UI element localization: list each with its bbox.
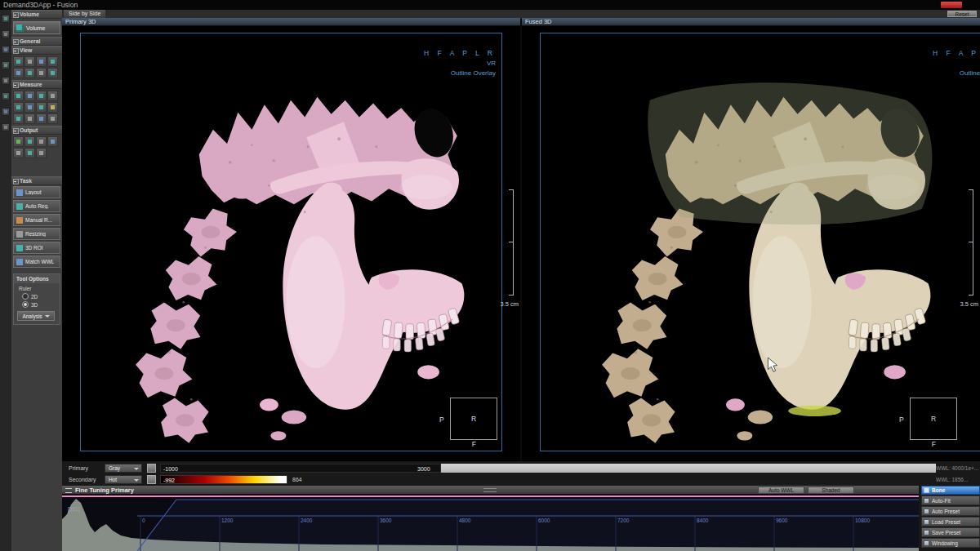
- pan-tool-icon[interactable]: [2, 61, 10, 69]
- point-icon[interactable]: [47, 102, 58, 113]
- volume-button[interactable]: Volume: [13, 21, 60, 34]
- reset-button[interactable]: Reset: [947, 11, 977, 17]
- load-preset-button[interactable]: Load Preset: [921, 517, 980, 527]
- secondary-slider-handle[interactable]: [147, 475, 156, 484]
- radio-2d[interactable]: [22, 293, 29, 300]
- cube-letter-p: P: [439, 415, 444, 424]
- ellipse-roi-icon[interactable]: [24, 102, 35, 113]
- section-header-measure[interactable]: Measure: [11, 80, 62, 89]
- cobb-angle-icon[interactable]: [47, 91, 58, 101]
- task-manual-reg-button[interactable]: Manual R...: [13, 214, 60, 226]
- copy-icon[interactable]: [13, 148, 24, 158]
- panel-menu-icon[interactable]: [65, 488, 72, 493]
- magnifier-icon[interactable]: [47, 56, 58, 67]
- secondary-lut-dropdown[interactable]: Hot: [105, 475, 142, 484]
- radio-row-2d[interactable]: 2D: [14, 292, 60, 300]
- viewport-primary-header[interactable]: Primary 3D: [62, 18, 520, 26]
- windowing-button[interactable]: Windowing: [921, 538, 980, 548]
- radio-row-3d[interactable]: 3D: [14, 300, 60, 309]
- movie-icon[interactable]: [24, 136, 35, 147]
- print-icon[interactable]: [36, 136, 47, 147]
- secondary-hot-gradient-bar[interactable]: -992: [160, 475, 287, 484]
- section-header-general[interactable]: General: [11, 37, 62, 46]
- viewport-primary-body[interactable]: H F A P L R VR Outline Overlay 3.5 cm R …: [62, 26, 520, 461]
- task-layout-label: Layout: [25, 189, 42, 195]
- auto-fit-button[interactable]: Auto-Fit: [921, 495, 980, 505]
- primary-range-remainder[interactable]: [441, 464, 936, 473]
- report-icon[interactable]: [24, 148, 35, 158]
- secondary-max-value: 864: [292, 477, 302, 482]
- section-header-view[interactable]: View: [11, 46, 62, 55]
- task-layout-button[interactable]: Layout: [13, 186, 60, 198]
- tab-side-by-side[interactable]: Side by Side: [64, 10, 105, 18]
- arrow-icon[interactable]: [13, 113, 24, 124]
- task-match-wwl-button[interactable]: Match WWL: [13, 256, 60, 268]
- profile-icon[interactable]: [36, 113, 47, 124]
- bone-preset-icon: [924, 487, 929, 493]
- zoom-icon[interactable]: [36, 56, 47, 67]
- rotate-icon[interactable]: [13, 68, 24, 78]
- text-icon[interactable]: [24, 113, 35, 124]
- task-auto-reg-button[interactable]: Auto Reg.: [13, 200, 60, 212]
- analysis-button[interactable]: Analysis: [17, 311, 55, 321]
- snapshot-tool-icon[interactable]: [2, 123, 10, 131]
- axis-tick: 8400: [697, 518, 708, 523]
- task-auto-reg-label: Auto Reg.: [25, 203, 49, 209]
- splitter-handle-icon[interactable]: [483, 488, 497, 492]
- primary-slider-handle[interactable]: [147, 464, 156, 473]
- auto-fit-label: Auto-Fit: [932, 498, 951, 504]
- primary-window-segment[interactable]: -1000 3000: [160, 464, 441, 473]
- histogram[interactable]: [551] 0 1200 2400 3600 4800 6000 7200 84…: [62, 495, 919, 551]
- snapshot-icon[interactable]: [13, 136, 24, 147]
- fine-tuning-header[interactable]: Fine Tuning Primary Auto WWL Shaded: [62, 486, 919, 495]
- task-resizing-button[interactable]: Resizing: [13, 228, 60, 240]
- primary-range-slider[interactable]: -1000 3000: [160, 464, 936, 473]
- measure-tool-icon[interactable]: [2, 108, 10, 116]
- axis-tick: 7200: [617, 518, 629, 523]
- export-icon[interactable]: [36, 148, 47, 158]
- load-preset-label: Load Preset: [932, 519, 960, 525]
- pointer-icon[interactable]: [13, 56, 24, 67]
- pointer-tool-icon[interactable]: [2, 46, 10, 54]
- volume-tool-icon[interactable]: [2, 15, 10, 23]
- viewport-fused-body[interactable]: H F A P L R VR Outline Overlay 3.5 cm R …: [522, 26, 980, 461]
- polyline-icon[interactable]: [24, 91, 35, 101]
- titlebar: Demand3DApp - Fusion: [0, 0, 980, 10]
- fit-icon[interactable]: [36, 68, 47, 78]
- ruler-icon[interactable]: [13, 91, 24, 101]
- layout-tool-icon[interactable]: [2, 30, 10, 38]
- viewport-fused-header[interactable]: Fused 3D: [522, 18, 980, 26]
- pan-icon[interactable]: [24, 56, 35, 67]
- rect-roi-icon[interactable]: [13, 102, 24, 113]
- zoom-tool-icon[interactable]: [2, 77, 10, 85]
- orientation-cube[interactable]: R P F: [910, 398, 957, 440]
- viewport-frame: [80, 33, 502, 451]
- rotate-tool-icon[interactable]: [2, 92, 10, 100]
- auto-wwl-button[interactable]: Auto WWL: [758, 487, 804, 494]
- task-match-wwl-label: Match WWL: [25, 259, 54, 264]
- shaded-button[interactable]: Shaded: [808, 487, 854, 494]
- record-indicator-button[interactable]: [941, 2, 962, 8]
- orientation-cube[interactable]: R P F: [450, 398, 497, 440]
- erase-icon[interactable]: [47, 113, 58, 124]
- resizing-icon: [16, 231, 23, 238]
- section-header-output[interactable]: Output: [11, 126, 62, 135]
- save-icon[interactable]: [47, 136, 58, 147]
- auto-preset-button[interactable]: Auto Preset: [921, 506, 980, 516]
- primary-lut-row: Primary Gray -1000 3000 WWL: 4000/1e+...: [62, 464, 980, 473]
- windowing-icon[interactable]: [24, 68, 35, 78]
- free-roi-icon[interactable]: [36, 102, 47, 113]
- secondary-min-value: -992: [163, 478, 175, 483]
- layout-icon: [16, 189, 23, 196]
- bone-preset-button[interactable]: Bone: [921, 486, 980, 495]
- radio-3d[interactable]: [22, 301, 29, 308]
- axis-tick: 4800: [459, 518, 470, 523]
- section-header-volume[interactable]: Volume: [11, 10, 62, 19]
- save-preset-button[interactable]: Save Preset: [921, 527, 980, 537]
- section-header-task[interactable]: Task: [11, 176, 62, 185]
- primary-lut-dropdown[interactable]: Gray: [105, 464, 142, 473]
- angle-icon[interactable]: [36, 91, 47, 101]
- task-3d-roi-button[interactable]: 3D ROI: [13, 242, 60, 254]
- axis-tick: 1200: [221, 518, 233, 523]
- reset-view-icon[interactable]: [47, 68, 58, 78]
